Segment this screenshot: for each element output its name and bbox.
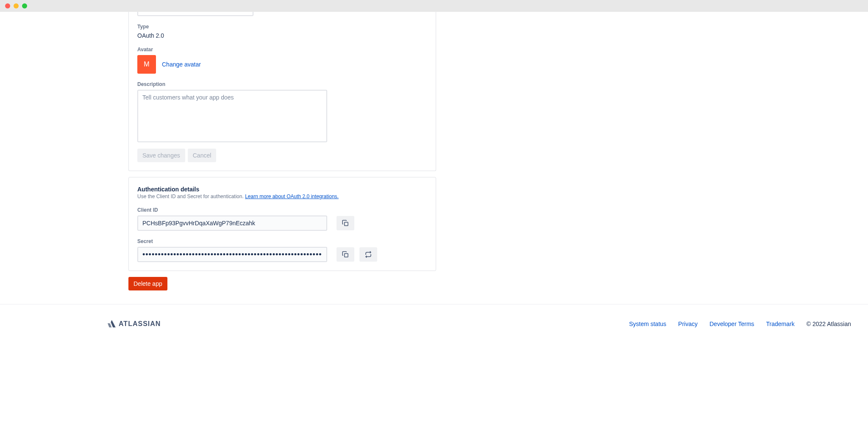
auth-subtext-text: Use the Client ID and Secret for authent… <box>137 194 245 199</box>
type-field: Type OAuth 2.0 <box>137 24 427 39</box>
footer-trademark-link[interactable]: Trademark <box>766 321 795 327</box>
footer-terms-link[interactable]: Developer Terms <box>709 321 754 327</box>
copy-icon <box>342 251 349 258</box>
maximize-window-icon[interactable] <box>22 3 27 8</box>
secret-label: Secret <box>137 238 427 244</box>
svg-rect-0 <box>345 222 348 226</box>
footer-links: System status Privacy Developer Terms Tr… <box>629 321 851 327</box>
cancel-button[interactable]: Cancel <box>188 149 217 162</box>
page-content: Type OAuth 2.0 Avatar M Change avatar De… <box>0 12 868 304</box>
regenerate-secret-button[interactable] <box>359 247 377 262</box>
client-id-label: Client ID <box>137 207 427 213</box>
minimize-window-icon[interactable] <box>14 3 19 8</box>
learn-more-link[interactable]: Learn more about OAuth 2.0 integrations. <box>245 194 339 199</box>
atlassian-logo-icon <box>108 320 116 328</box>
secret-input[interactable] <box>137 247 327 262</box>
avatar-field: Avatar M Change avatar <box>137 47 427 74</box>
refresh-icon <box>364 251 372 258</box>
delete-section: Delete app <box>128 277 851 290</box>
authentication-card: Authentication details Use the Client ID… <box>128 177 436 271</box>
avatar: M <box>137 55 156 74</box>
client-id-input[interactable] <box>137 216 327 231</box>
secret-field: Secret <box>137 238 427 262</box>
copy-secret-button[interactable] <box>337 247 354 262</box>
save-button[interactable]: Save changes <box>137 149 185 162</box>
footer-status-link[interactable]: System status <box>629 321 666 327</box>
description-field: Description <box>137 81 427 144</box>
footer-copyright: © 2022 Atlassian <box>807 321 851 327</box>
description-textarea[interactable] <box>137 90 327 142</box>
change-avatar-link[interactable]: Change avatar <box>162 61 201 68</box>
copy-icon <box>342 219 349 227</box>
type-value: OAuth 2.0 <box>137 32 427 39</box>
avatar-label: Avatar <box>137 47 427 53</box>
settings-buttons: Save changes Cancel <box>137 149 427 162</box>
close-window-icon[interactable] <box>5 3 10 8</box>
window-titlebar <box>0 0 868 12</box>
footer-brand: ATLASSIAN <box>108 320 161 328</box>
description-label: Description <box>137 81 427 87</box>
footer-brand-text: ATLASSIAN <box>119 320 161 328</box>
name-input-partial[interactable] <box>137 12 253 16</box>
svg-rect-1 <box>345 254 348 257</box>
avatar-letter: M <box>144 61 149 68</box>
type-label: Type <box>137 24 427 30</box>
copy-client-id-button[interactable] <box>337 216 354 230</box>
delete-app-button[interactable]: Delete app <box>128 277 167 290</box>
auth-heading: Authentication details <box>137 186 427 193</box>
auth-subtext: Use the Client ID and Secret for authent… <box>137 194 427 199</box>
footer-privacy-link[interactable]: Privacy <box>678 321 698 327</box>
client-id-field: Client ID <box>137 207 427 231</box>
footer: ATLASSIAN System status Privacy Develope… <box>0 304 868 343</box>
app-settings-card: Type OAuth 2.0 Avatar M Change avatar De… <box>128 12 436 171</box>
